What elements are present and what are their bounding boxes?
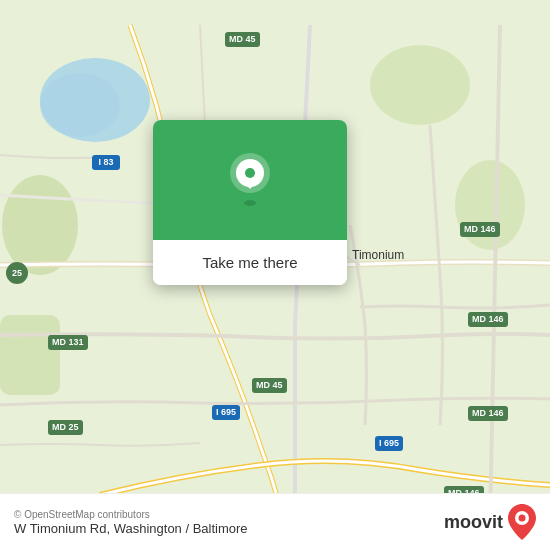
svg-point-1 bbox=[40, 73, 120, 137]
moovit-text: moovit bbox=[444, 512, 503, 533]
svg-rect-3 bbox=[0, 315, 60, 395]
shield-25: 25 bbox=[6, 262, 28, 284]
shield-md146-2: MD 146 bbox=[468, 312, 508, 327]
map-container: MD 45 I 83 25 MD 131 MD 25 MD 45 I 695 I… bbox=[0, 0, 550, 550]
popup-card: Take me there bbox=[153, 120, 347, 285]
shield-i83: I 83 bbox=[92, 155, 120, 170]
svg-point-4 bbox=[370, 45, 470, 125]
shield-md146-3: MD 146 bbox=[468, 406, 508, 421]
shield-md45-top: MD 45 bbox=[225, 32, 260, 47]
svg-point-9 bbox=[244, 200, 256, 206]
svg-point-10 bbox=[245, 168, 255, 178]
shield-md146-1: MD 146 bbox=[460, 222, 500, 237]
shield-md25: MD 25 bbox=[48, 420, 83, 435]
popup-green-area bbox=[153, 120, 347, 240]
take-me-there-button[interactable]: Take me there bbox=[153, 240, 347, 285]
shield-i695-2: I 695 bbox=[375, 436, 403, 451]
moovit-pin-icon bbox=[508, 504, 536, 540]
bottom-bar: © OpenStreetMap contributors W Timonium … bbox=[0, 493, 550, 550]
location-pin-icon bbox=[228, 153, 272, 207]
shield-md45-mid: MD 45 bbox=[252, 378, 287, 393]
bottom-left-info: © OpenStreetMap contributors W Timonium … bbox=[14, 509, 248, 536]
location-text: W Timonium Rd, Washington / Baltimore bbox=[14, 521, 248, 536]
shield-md131: MD 131 bbox=[48, 335, 88, 350]
place-label-timonium: Timonium bbox=[352, 248, 404, 262]
moovit-logo: moovit bbox=[444, 504, 536, 540]
shield-i695-1: I 695 bbox=[212, 405, 240, 420]
copyright-text: © OpenStreetMap contributors bbox=[14, 509, 248, 520]
svg-point-12 bbox=[519, 515, 526, 522]
svg-point-2 bbox=[2, 175, 78, 275]
